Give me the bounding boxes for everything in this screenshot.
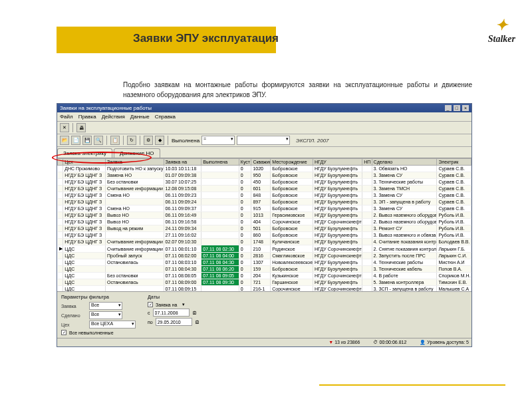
toolbar-1: ✕ 🖶 [57,122,471,134]
col-header[interactable]: Заявка на [164,159,201,166]
table-row[interactable]: ЦДС07.11 08:09:150216-1СорочинскоеНГДУ С… [58,286,471,292]
tb-field-label: Выполнена [172,138,200,144]
tab-electrician[interactable]: Заявка электрику [57,148,112,158]
page-title: Заявки ЭПУ эксплуатация [133,32,279,45]
tb-list-icon[interactable]: 📋 [110,136,120,145]
fp-nevip-lbl: Все невыполненные [69,331,114,335]
description: Подобно заявкам на монтажные работы форм… [123,80,472,100]
table-row[interactable]: ЦДСПробный запуск07.11 08:02:0007.11 08 … [58,253,471,259]
close-button[interactable]: × [462,105,469,111]
tb-print-icon[interactable]: 🖶 [76,123,86,132]
table-row[interactable]: ДНС ПрокимовоПодготовить НО к запуску10.… [58,166,471,172]
tb-gear-icon[interactable]: ⚙ [144,136,153,145]
fp-zayavka-sel[interactable]: Все [89,302,122,310]
fp-date-to[interactable] [156,318,192,326]
tb-close-icon[interactable]: ✕ [60,123,69,132]
table-row[interactable]: НГДУ БЭ ЦДНГ ЗСчитывание информации02.07… [58,239,471,245]
menu-bar: ФайлПравкаДействияДанныеСправка [57,112,471,122]
app-window: Заявки на эксплуатационные работы _ □ × … [57,103,472,347]
fp-sdelano-sel[interactable]: Все [89,311,122,319]
tb-refresh-icon[interactable]: ↻ [127,136,136,145]
col-header[interactable]: Куст [239,159,251,166]
tb-value-input[interactable] [237,136,290,145]
window-title: Заявки на эксплуатационные работы [60,105,152,111]
tb-save-icon[interactable]: 💾 [82,136,92,145]
max-button[interactable]: □ [454,105,460,111]
tb-cmp-select[interactable]: = [201,136,235,145]
tb-doc-icon[interactable]: 📄 [71,136,80,145]
applications-table[interactable]: ЦехЗаявкаЗаявка наВыполненаКустСкважинаМ… [57,158,471,291]
footer-accent [319,384,505,386]
status-access: Уровень доступа: 5 [420,340,469,345]
status-bar: 13 из 23866 00:00:06.812 Уровень доступа… [57,338,471,346]
menu-item[interactable]: Действия [102,114,125,120]
fp-ceh-sel[interactable]: Все ЦЕХА [89,321,136,329]
col-header[interactable]: Заявка [106,159,164,166]
table-row[interactable]: ЦДСОстановилась07.11 08:09:0007.11 08 09… [58,279,471,286]
col-header[interactable]: Выполнена [201,159,239,166]
menu-item[interactable]: Правка [78,114,96,120]
status-count: 13 из 23866 [329,340,360,345]
fp-date-cb[interactable]: ✓ [148,302,153,307]
fp-nevip-cb[interactable]: ✓ [61,330,66,335]
table-row[interactable]: НГДУ БЭ ЦДНГ ЗВывоз НО06.11 09:16:580404… [58,219,471,225]
table-row[interactable]: ЦДС07.11 08:04:3007.11 08 06:200159Бобро… [58,266,471,273]
toolbar-2: 📂 📄 💾 🔍 📋 ↻ ⚙ ◆ Выполнена = ЭКСПЛ. 2007 [57,134,471,147]
fp-zayavka-lbl: Заявка [61,304,86,309]
menu-item[interactable]: Справка [155,114,176,120]
table-row[interactable]: ЦДСОстановилась07.11 08:03:1007.11 08 04… [58,259,471,266]
logo: Stalker [488,17,515,45]
table-row[interactable]: НГДУ БЭ ЦДНГ ЗВывоз НО06.11 09:16:490101… [58,212,471,219]
tb-diamond-icon[interactable]: ◆ [155,136,164,145]
table-row[interactable]: НГДУ БЭ ЦДНГ ЗСчитывание информации12.08… [58,186,471,192]
col-header[interactable]: НГДУ [313,159,362,166]
fp-params-caption: Параметры фильтра [61,295,136,299]
fp-ceh-lbl: Цех [61,323,86,327]
fp-dates-caption: Даты [148,295,200,299]
tab-no-movement[interactable]: Движение НО [114,148,160,158]
col-header[interactable]: НП [362,159,372,166]
col-header[interactable]: Электрик [437,159,471,166]
filter-panel: Параметры фильтра ЗаявкаВсе СделаноВсе Ц… [57,291,471,338]
col-header[interactable]: Сделано [372,159,437,166]
table-row[interactable]: НГДУ БЭ ЦДНГ ЗСмена НО06.11 09:09:230848… [58,192,471,199]
status-time: 00:00:06.812 [373,340,406,345]
table-row[interactable]: НГДУ БЭ ЦДНГ ЗВывод на режим24.11 09:09:… [58,225,471,232]
table-row[interactable]: ▶ЦДССчитывание информации07.11 08:01:100… [58,245,471,253]
fp-date-from[interactable] [153,309,190,317]
table-row[interactable]: НГДУ БЭ ЦДНГ ЗБез остановки30.07 10:07:2… [58,179,471,186]
fp-po-lbl: по [148,320,153,325]
col-header[interactable]: Месторождение [271,159,313,166]
fp-date-lbl: Заявка на [156,303,177,307]
fp-sdelano-lbl: Сделано [61,313,86,318]
menu-item[interactable]: Файл [60,114,73,120]
fp-s-lbl: с [148,311,150,315]
col-header[interactable]: Скважина [251,159,271,166]
col-header[interactable] [58,159,63,166]
table-row[interactable]: НГДУ БЭ ЦДНГ З27.11 09:16:020860Бобровск… [58,232,471,239]
table-row[interactable]: ЦДСБез остановки07.11 08:08:0507.11 08 0… [58,273,471,279]
col-header[interactable]: Цех [63,159,106,166]
min-button[interactable]: _ [445,105,452,111]
tb-period-label: ЭКСПЛ. 2007 [296,138,329,144]
tb-open-icon[interactable]: 📂 [60,136,69,145]
table-row[interactable]: НГДУ БЭ ЦДНГ ЗЗамена НО01.07 09:09:38095… [58,172,471,179]
menu-item[interactable]: Данные [130,114,150,120]
tb-find-icon[interactable]: 🔍 [94,136,103,145]
table-row[interactable]: НГДУ БЭ ЦДНГ ЗСмена НО06.11 09:09:370915… [58,205,471,212]
table-row[interactable]: НГДУ БЭ ЦДНГ З06.11 09:09:240897Бобровск… [58,199,471,205]
